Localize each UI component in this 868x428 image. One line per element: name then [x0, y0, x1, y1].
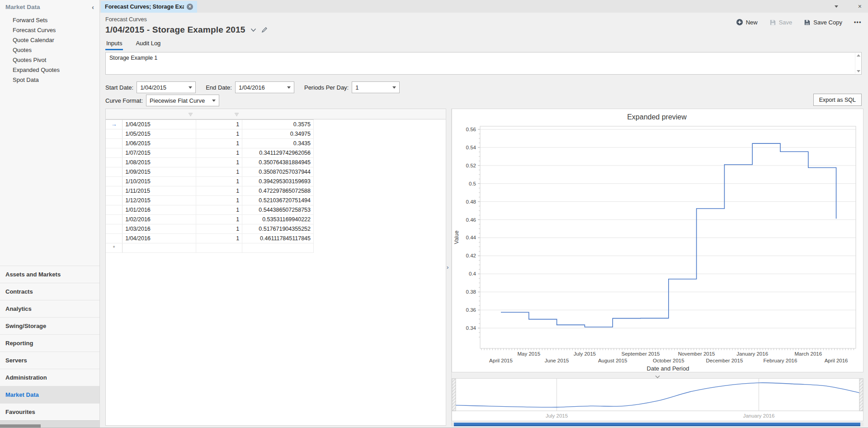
horizontal-scrollbar[interactable] — [452, 423, 863, 426]
row-selector[interactable] — [106, 205, 123, 214]
sidebar-section-servers[interactable]: Servers — [0, 352, 99, 369]
cell-date[interactable]: 1/08/2015 — [123, 157, 196, 167]
cell-period[interactable]: 1 — [196, 157, 242, 167]
cell-value[interactable]: 0.341129742962056 — [242, 148, 314, 157]
cell-period[interactable]: 1 — [196, 148, 242, 157]
periods-per-day-combobox[interactable]: 1 — [352, 81, 400, 93]
save-copy-button[interactable]: Save Copy — [804, 19, 842, 26]
sidebar-item-forward-sets[interactable]: Forward Sets — [0, 15, 99, 25]
cell-date[interactable]: 1/09/2015 — [123, 167, 196, 176]
cell-value[interactable]: 0.544386507258753 — [242, 205, 314, 214]
empty-cell[interactable] — [242, 243, 314, 252]
cell-date[interactable]: 1/07/2015 — [123, 148, 196, 157]
overflow-menu-icon[interactable]: ••• — [854, 19, 862, 25]
sidebar-section-analytics[interactable]: Analytics — [0, 300, 99, 317]
cell-value[interactable]: 0.517671904355252 — [242, 224, 314, 233]
cell-period[interactable]: 1 — [196, 224, 242, 233]
cell-value[interactable]: 0.350870257037944 — [242, 167, 314, 176]
tab-forecast-curves-storage-example[interactable]: Forecast Curves; Storage Examp × — [101, 1, 197, 13]
navigator-right-handle[interactable] — [859, 379, 863, 411]
row-selector[interactable] — [106, 224, 123, 233]
chevron-down-icon[interactable] — [250, 28, 256, 32]
cell-period[interactable]: 1 — [196, 176, 242, 186]
pin-caret-icon[interactable] — [835, 5, 838, 8]
row-selector[interactable] — [106, 129, 123, 138]
cell-value[interactable]: 0.394295303159693 — [242, 176, 314, 186]
row-selector[interactable] — [106, 148, 123, 157]
sidebar-item-spot-data[interactable]: Spot Data — [0, 75, 99, 85]
sort-filter-icon[interactable] — [234, 112, 239, 116]
scroll-up-icon[interactable] — [857, 54, 860, 57]
sidebar-item-forecast-curves[interactable]: Forecast Curves — [0, 25, 99, 35]
row-selector[interactable] — [106, 167, 123, 176]
description-input[interactable]: Storage Example 1 — [105, 52, 862, 75]
row-selector[interactable] — [106, 186, 123, 195]
cell-value[interactable]: 0.461117845117845 — [242, 233, 314, 243]
row-selector[interactable] — [106, 214, 123, 224]
cell-value[interactable]: 0.34975 — [242, 129, 314, 138]
cell-date[interactable]: 1/02/2016 — [123, 214, 196, 224]
row-selector[interactable] — [106, 176, 123, 186]
collapse-sidebar-icon[interactable]: ‹ — [92, 4, 94, 10]
row-selector[interactable] — [106, 233, 123, 243]
export-as-sql-button[interactable]: Export as SQL — [813, 94, 862, 106]
cell-period[interactable]: 1 — [196, 138, 242, 148]
sort-filter-icon[interactable] — [188, 112, 193, 116]
cell-period[interactable]: 1 — [196, 205, 242, 214]
row-selector[interactable] — [106, 157, 123, 167]
empty-cell[interactable] — [196, 243, 242, 252]
cell-value[interactable]: 0.521036720751494 — [242, 195, 314, 205]
new-row[interactable]: * — [106, 243, 314, 252]
cell-value[interactable]: 0.350764381884945 — [242, 157, 314, 167]
sidebar-section-favourites[interactable]: Favourites — [0, 403, 99, 420]
cell-value[interactable]: 0.3435 — [242, 138, 314, 148]
cell-date[interactable]: 1/11/2015 — [123, 186, 196, 195]
curve-format-combobox[interactable]: Piecewise Flat Curve — [146, 95, 219, 106]
cell-period[interactable]: 1 — [196, 233, 242, 243]
close-window-icon[interactable]: × — [858, 3, 862, 10]
new-row-selector[interactable]: * — [106, 243, 123, 252]
row-selector[interactable] — [106, 195, 123, 205]
sidebar-item-quote-calendar[interactable]: Quote Calendar — [0, 35, 99, 45]
resize-grip[interactable] — [0, 424, 41, 428]
sidebar-section-market-data[interactable]: Market Data — [0, 386, 99, 403]
cell-period[interactable]: 1 — [196, 119, 242, 129]
cell-date[interactable]: 1/04/2016 — [123, 233, 196, 243]
sidebar-section-reporting[interactable]: Reporting — [0, 334, 99, 352]
navigator-left-handle[interactable] — [452, 379, 456, 411]
sidebar-section-swing-storage[interactable]: Swing/Storage — [0, 317, 99, 334]
cell-value[interactable]: 0.472297865072588 — [242, 186, 314, 195]
scrollbar-thumb[interactable] — [454, 423, 860, 426]
cell-date[interactable]: 1/10/2015 — [123, 176, 196, 186]
scroll-down-icon[interactable] — [857, 70, 860, 72]
row-selector[interactable] — [106, 138, 123, 148]
cell-date[interactable]: 1/05/2015 — [123, 129, 196, 138]
cell-period[interactable]: 1 — [196, 167, 242, 176]
edit-pencil-icon[interactable] — [261, 27, 268, 33]
close-tab-icon[interactable]: × — [187, 4, 193, 10]
expand-right-icon[interactable]: › — [447, 264, 448, 271]
cell-period[interactable]: 1 — [196, 129, 242, 138]
empty-cell[interactable] — [123, 243, 196, 252]
cell-date[interactable]: 1/12/2015 — [123, 195, 196, 205]
cell-period[interactable]: 1 — [196, 195, 242, 205]
start-date-combobox[interactable]: 1/04/2015 — [137, 81, 196, 93]
end-date-combobox[interactable]: 1/04/2016 — [235, 81, 294, 93]
sidebar-item-quotes[interactable]: Quotes — [0, 45, 99, 55]
tab-inputs[interactable]: Inputs — [105, 38, 123, 50]
sidebar-item-quotes-pivot[interactable]: Quotes Pivot — [0, 55, 99, 65]
cell-period[interactable]: 1 — [196, 214, 242, 224]
description-scrollbar[interactable] — [855, 53, 861, 74]
sidebar-section-contracts[interactable]: Contracts — [0, 283, 99, 300]
cell-period[interactable]: 1 — [196, 186, 242, 195]
sidebar-section-administration[interactable]: Administration — [0, 369, 99, 386]
cell-date[interactable]: 1/06/2015 — [123, 138, 196, 148]
sidebar-item-expanded-quotes[interactable]: Expanded Quotes — [0, 65, 99, 75]
chart-navigator-divider[interactable] — [452, 372, 863, 378]
sidebar-section-assets-and-markets[interactable]: Assets and Markets — [0, 266, 99, 283]
tab-audit-log[interactable]: Audit Log — [135, 38, 161, 50]
cell-value[interactable]: 0.53531169940222 — [242, 214, 314, 224]
new-button[interactable]: New — [736, 19, 758, 26]
cell-date[interactable]: 1/04/2015 — [123, 119, 196, 129]
cell-date[interactable]: 1/01/2016 — [123, 205, 196, 214]
